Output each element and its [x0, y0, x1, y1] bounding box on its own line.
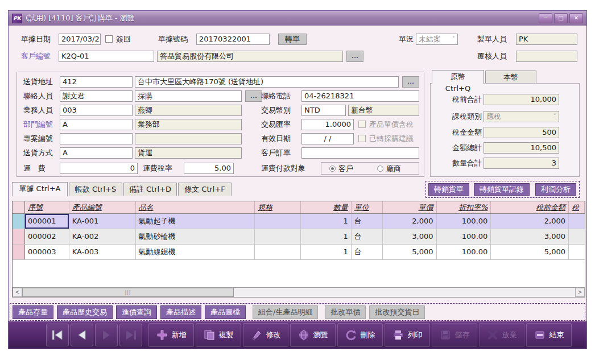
contact-title-input[interactable]: 採購	[135, 90, 242, 102]
end-button[interactable]: 結束	[526, 323, 572, 347]
customer-code-input[interactable]: K2Q-01	[59, 51, 154, 62]
tax-class-select[interactable]: 應稅˅	[484, 111, 559, 122]
scrollbar-track[interactable]	[234, 288, 575, 297]
sales-code-input[interactable]: 003	[60, 105, 133, 116]
add-button[interactable]: 新增	[148, 323, 194, 347]
cell-discount[interactable]: 100.00	[437, 229, 491, 244]
nav-previous-button[interactable]	[71, 324, 93, 346]
ship-address-code-input[interactable]: 412	[60, 76, 133, 88]
tax-included-checkbox[interactable]	[358, 121, 366, 128]
product-history-button[interactable]: 產品歷史交易	[57, 305, 113, 319]
doc-no-input[interactable]: 20170322001	[196, 34, 270, 45]
scroll-right-button[interactable]: >	[575, 288, 585, 297]
col-header-qty[interactable]: 數量	[301, 201, 352, 213]
profit-analysis-button[interactable]: 利潤分析	[535, 183, 576, 196]
cell-unit[interactable]: 台	[352, 214, 383, 229]
cell-seq[interactable]: 000002	[25, 229, 69, 244]
cell-product-code[interactable]: KA-001	[69, 214, 136, 229]
cell-product-code[interactable]: KA-002	[69, 229, 136, 244]
cell-spec[interactable]	[255, 214, 301, 229]
cell-price[interactable]: 3,000	[383, 229, 437, 244]
batch-price-button[interactable]: 批改單價	[325, 305, 366, 319]
ship-address-input[interactable]: 台中市大里區大峰路170號 (送貨地址)	[135, 76, 399, 88]
cell-price[interactable]: 2,000	[383, 214, 437, 229]
customer-po-input[interactable]	[301, 147, 419, 159]
freight-tax-input[interactable]: 5.00	[184, 163, 234, 174]
cell-qty[interactable]: 1	[301, 214, 352, 229]
dept-label[interactable]: 部門編號	[23, 119, 53, 130]
nav-first-button[interactable]	[46, 324, 69, 346]
tab-local-currency[interactable]: 本幣 Ctrl+W	[485, 71, 536, 84]
customer-code-label[interactable]: 客戶編號	[21, 51, 51, 62]
ship-method-code-input[interactable]: A	[60, 147, 133, 159]
product-image-button[interactable]: 產品圖檔	[205, 305, 246, 319]
cell-seq[interactable]: 000001	[25, 214, 69, 229]
cell-product-name[interactable]: 氣動砂輪機	[136, 229, 255, 244]
col-header-product-name[interactable]: 品名	[136, 201, 255, 213]
col-header-discount[interactable]: 折扣率%	[437, 201, 491, 213]
nav-last-button[interactable]	[119, 324, 142, 346]
cell-discount[interactable]: 100.00	[437, 214, 491, 229]
ship-address-browse-button[interactable]: ...	[402, 76, 419, 88]
signback-checkbox[interactable]	[105, 35, 113, 43]
col-header-unit[interactable]: 單位	[352, 201, 383, 213]
payer-vendor-radio[interactable]: 廠商	[377, 164, 401, 174]
save-button[interactable]: 儲存	[432, 323, 477, 347]
delete-button[interactable]: 刪除	[337, 323, 383, 347]
cell-qty[interactable]: 1	[301, 245, 352, 259]
table-row[interactable]: 000003 KA-003 氣動線鋸機 1 台 5,000 100.00 5,0…	[13, 245, 585, 260]
scrollbar-thumb[interactable]: |||	[22, 288, 234, 297]
valid-date-input[interactable]: / /	[301, 133, 354, 144]
cancel-button[interactable]: 放棄	[479, 323, 524, 347]
copy-button[interactable]: 複製	[196, 323, 241, 347]
scroll-left-button[interactable]: <	[13, 288, 22, 297]
tab-note[interactable]: 備註 Ctrl+D	[123, 183, 177, 196]
rate-input[interactable]: 1.0000	[301, 119, 354, 130]
col-header-price[interactable]: 單價	[383, 201, 437, 213]
col-header-product-code[interactable]: 產品編號	[69, 201, 136, 213]
product-stock-button[interactable]: 產品存量	[13, 305, 53, 319]
cell-tax[interactable]	[569, 245, 585, 259]
product-description-button[interactable]: 產品描述	[160, 305, 201, 319]
nav-next-button[interactable]	[95, 324, 118, 346]
maximize-button[interactable]: □	[554, 13, 568, 23]
cell-tax[interactable]	[569, 214, 585, 229]
transferred-checkbox[interactable]	[358, 135, 366, 142]
cell-spec[interactable]	[255, 229, 301, 244]
table-row[interactable]: 000001 KA-001 氣動起子機 1 台 2,000 100.00 2,0…	[13, 214, 585, 229]
table-row[interactable]: 000002 KA-002 氣動砂輪機 1 台 3,000 100.00 3,0…	[13, 229, 585, 245]
transfer-button[interactable]: 轉單	[278, 34, 307, 45]
purchase-price-query-button[interactable]: 進價查詢	[116, 305, 157, 319]
cell-unit[interactable]: 台	[352, 229, 383, 244]
col-header-seq[interactable]: 序號	[25, 201, 69, 213]
to-sales-log-button[interactable]: 轉銷貨單記錄	[474, 183, 530, 196]
to-sales-order-button[interactable]: 轉銷貨單	[428, 183, 469, 196]
contact-browse-button[interactable]: ...	[245, 90, 262, 102]
cell-tax[interactable]	[569, 229, 585, 244]
cell-seq[interactable]: 000003	[25, 245, 69, 259]
order-lines-table[interactable]: 序號 產品編號 品名 規格 數量 單位 單價 折扣率% 稅前金額 稅 00000…	[12, 201, 585, 297]
cell-product-name[interactable]: 氣動線鋸機	[136, 245, 255, 259]
payer-customer-radio[interactable]: 客戶	[329, 164, 353, 174]
project-code-input[interactable]	[60, 133, 133, 144]
col-header-spec[interactable]: 規格	[255, 201, 301, 213]
bom-detail-button[interactable]: 組合/生產品明細	[253, 305, 318, 319]
freight-input[interactable]: 0	[60, 163, 138, 174]
title-bar[interactable]: PK (試用) [4110] 客戶訂購單 - 瀏覽 ─ □ ✕	[9, 11, 586, 26]
modify-button[interactable]: 修改	[243, 323, 288, 347]
date-input[interactable]: 2017/03/22	[59, 34, 101, 45]
col-header-pretax[interactable]: 稅前金額	[491, 201, 569, 213]
cell-pretax[interactable]: 3,000	[491, 229, 569, 244]
col-header-tax[interactable]: 稅	[569, 201, 585, 213]
cell-unit[interactable]: 台	[352, 245, 383, 259]
dept-code-input[interactable]: A	[60, 119, 133, 130]
cell-qty[interactable]: 1	[301, 229, 352, 244]
contact-name-input[interactable]: 謝文君	[60, 90, 133, 102]
currency-code-input[interactable]: NTD	[301, 105, 346, 116]
cell-pretax[interactable]: 5,000	[491, 245, 569, 259]
cell-discount[interactable]: 100.00	[437, 245, 491, 259]
print-button[interactable]: 列印	[385, 323, 430, 347]
tab-original-currency[interactable]: 原幣 Ctrl+Q	[432, 70, 484, 84]
cell-price[interactable]: 5,000	[383, 245, 437, 259]
cell-product-code[interactable]: KA-003	[69, 245, 136, 259]
